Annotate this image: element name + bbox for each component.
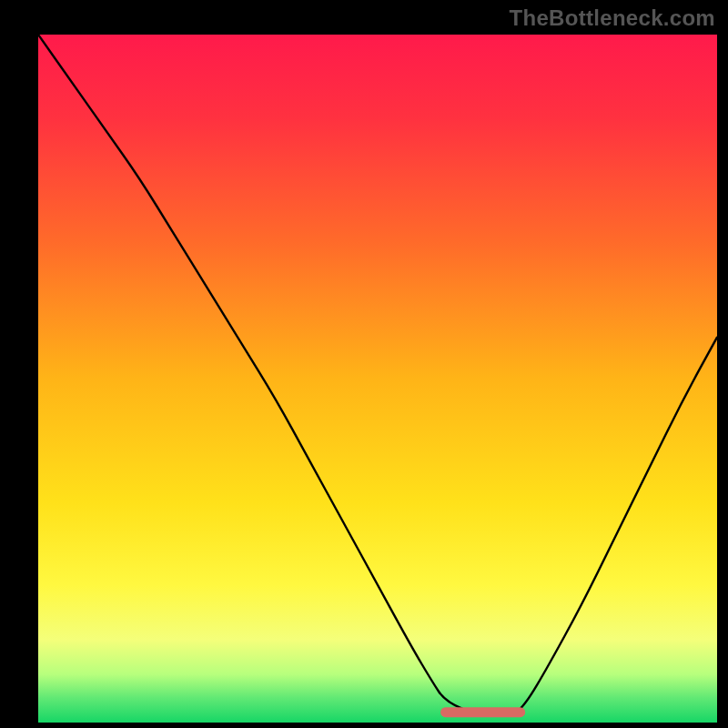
plot-area [38,35,717,723]
chart-frame: TheBottleneck.com [0,0,728,728]
bottleneck-chart [38,35,717,723]
svg-rect-0 [38,35,717,723]
watermark-text: TheBottleneck.com [510,5,715,31]
